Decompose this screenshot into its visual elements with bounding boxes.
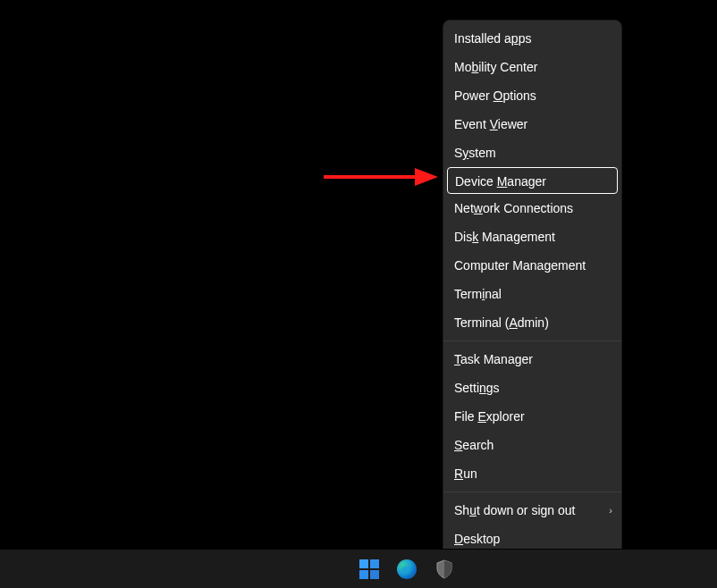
label-post: ask Manager <box>460 352 533 366</box>
label-accelerator: M <box>497 174 508 189</box>
menu-file-explorer[interactable]: File Explorer <box>443 402 621 431</box>
label-post: ement <box>551 258 586 273</box>
menu-task-manager[interactable]: Task Manager <box>443 345 621 374</box>
label-post: nal <box>485 287 502 301</box>
menu-terminal[interactable]: Terminal <box>443 280 621 308</box>
menu-settings[interactable]: Settings <box>443 374 621 402</box>
menu-item-label: Run <box>454 466 477 481</box>
label-post: Management <box>478 230 555 244</box>
menu-item-label: Settings <box>454 381 500 395</box>
label-accelerator: R <box>454 466 463 481</box>
taskbar <box>0 549 717 588</box>
label-post: t down or sign out <box>477 503 576 517</box>
label-pre: Event <box>454 117 490 131</box>
menu-network-connections[interactable]: Network Connections <box>443 194 621 223</box>
label-accelerator: T <box>454 352 460 366</box>
menu-item-label: Network Connections <box>454 201 573 215</box>
menu-item-label: Shut down or sign out <box>454 503 575 517</box>
svg-marker-1 <box>415 168 438 186</box>
label-accelerator: O <box>493 88 503 103</box>
menu-item-label: Device Manager <box>455 174 546 189</box>
microsoft-edge-icon <box>397 559 417 579</box>
label-accelerator: u <box>469 503 477 517</box>
menu-item-label: Task Manager <box>454 352 533 366</box>
label-accelerator: D <box>454 532 463 546</box>
label-pre: Installed a <box>454 31 511 46</box>
label-post: anager <box>507 174 546 189</box>
taskbar-icons <box>358 559 455 580</box>
label-post: ork Connections <box>483 201 573 215</box>
menu-device-manager[interactable]: Device Manager <box>447 167 618 194</box>
menu-item-label: File Explorer <box>454 409 525 424</box>
winx-context-menu: Installed appsMobility CenterPower Optio… <box>443 20 622 558</box>
menu-system[interactable]: System <box>443 139 621 167</box>
shield-icon <box>435 559 453 579</box>
label-pre: Dis <box>454 230 472 244</box>
label-post: gs <box>486 381 500 395</box>
chevron-right-icon: › <box>609 496 612 525</box>
label-accelerator: w <box>474 201 483 215</box>
label-accelerator: V <box>490 117 498 131</box>
label-post: esktop <box>463 532 500 546</box>
menu-power-options[interactable]: Power Options <box>443 81 621 110</box>
label-pre: Mo <box>454 60 471 74</box>
label-accelerator: S <box>454 438 462 452</box>
windows-start-icon <box>359 559 379 579</box>
start-button[interactable] <box>358 559 380 580</box>
label-post: ptions <box>502 88 536 103</box>
label-pre: Sh <box>454 503 469 517</box>
menu-item-label: Terminal <box>454 287 502 301</box>
red-arrow-annotation <box>322 166 438 188</box>
label-pre: Term <box>454 287 482 301</box>
menu-event-viewer[interactable]: Event Viewer <box>443 110 621 139</box>
label-pre: Power <box>454 88 493 103</box>
label-post: ps <box>519 31 532 46</box>
menu-item-label: Desktop <box>454 532 500 546</box>
menu-mobility-center[interactable]: Mobility Center <box>443 53 621 81</box>
label-post: iewer <box>498 117 527 131</box>
menu-item-label: Mobility Center <box>454 60 537 74</box>
security-icon[interactable] <box>434 559 455 580</box>
label-post: earch <box>462 438 493 452</box>
label-pre: Computer Mana <box>454 258 544 273</box>
label-pre: File <box>454 409 477 424</box>
menu-item-label: System <box>454 146 496 160</box>
label-pre: Terminal ( <box>454 315 509 330</box>
label-post: xplorer <box>486 409 525 424</box>
menu-item-label: Disk Management <box>454 230 555 244</box>
menu-item-label: Search <box>454 438 493 452</box>
label-accelerator: E <box>477 409 485 424</box>
menu-shutdown-signout[interactable]: Shut down or sign out› <box>443 496 621 525</box>
label-post: un <box>463 466 477 481</box>
menu-separator <box>443 340 621 341</box>
menu-installed-apps[interactable]: Installed apps <box>443 24 621 53</box>
menu-disk-management[interactable]: Disk Management <box>443 223 621 251</box>
edge-icon[interactable] <box>396 559 418 580</box>
label-pre: S <box>454 146 462 160</box>
label-post: ility Center <box>478 60 537 74</box>
menu-separator <box>443 491 621 492</box>
menu-terminal-admin[interactable]: Terminal (Admin) <box>443 308 621 337</box>
label-post: stem <box>468 146 495 160</box>
label-pre: Device <box>455 174 497 189</box>
label-post: dmin) <box>518 315 549 330</box>
label-accelerator: p <box>511 31 519 46</box>
label-accelerator: A <box>509 315 517 330</box>
menu-item-label: Power Options <box>454 88 536 103</box>
label-pre: Setti <box>454 381 479 395</box>
menu-run[interactable]: Run <box>443 459 621 488</box>
menu-search[interactable]: Search <box>443 431 621 459</box>
menu-computer-management[interactable]: Computer Management <box>443 251 621 280</box>
menu-item-label: Computer Management <box>454 258 586 273</box>
label-pre: Net <box>454 201 474 215</box>
menu-item-label: Terminal (Admin) <box>454 315 549 330</box>
label-accelerator: n <box>479 381 486 395</box>
menu-item-label: Installed apps <box>454 31 531 46</box>
menu-item-label: Event Viewer <box>454 117 527 131</box>
